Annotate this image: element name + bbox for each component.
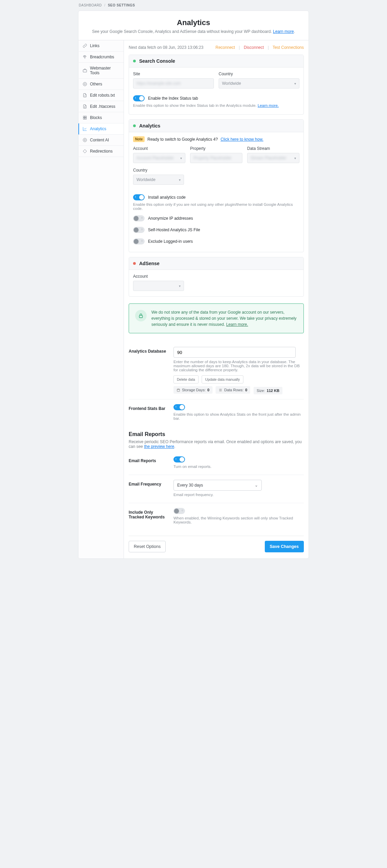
svg-rect-4 <box>83 118 85 119</box>
sidebar-item-label: Links <box>90 43 99 48</box>
chevron-down-icon: ▾ <box>179 284 181 288</box>
site-label: Site <box>133 72 214 76</box>
analytics-database-input[interactable] <box>173 347 296 358</box>
sidebar-item-links[interactable]: Links <box>78 40 124 52</box>
install-analytics-toggle[interactable]: ı <box>133 194 145 200</box>
sidebar-item-label: Edit .htaccess <box>90 104 115 109</box>
header-learn-more-link[interactable]: Learn more <box>273 29 294 34</box>
lock-icon <box>135 310 147 321</box>
ga4-link[interactable]: Click here to know how. <box>221 137 263 142</box>
save-changes-button[interactable]: Save Changes <box>265 541 304 552</box>
svg-rect-0 <box>83 70 87 72</box>
account-label: Account <box>133 146 185 151</box>
frontend-stats-toggle[interactable]: ı <box>173 404 185 410</box>
file-code-icon <box>82 93 87 98</box>
reset-options-button[interactable]: Reset Options <box>129 541 166 552</box>
sidebar-item-blocks[interactable]: Blocks <box>78 112 124 123</box>
analytics-panel: Analytics Note Ready to switch to Google… <box>129 119 304 252</box>
next-fetch-text: Next data fetch on 08 Jun, 2023 13:06:23 <box>129 45 203 50</box>
frontend-stats-label: Frontend Stats Bar <box>129 404 167 422</box>
adsense-account-label: Account <box>133 274 184 279</box>
country-label: Country <box>133 168 184 173</box>
email-reports-help: Turn on email reports. <box>173 465 304 469</box>
sidebar-item-label: Analytics <box>90 126 106 131</box>
sidebar-item-htaccess[interactable]: Edit .htaccess <box>78 101 124 112</box>
sidebar-item-label: Redirections <box>90 149 113 154</box>
email-reports-toggle[interactable]: ı <box>173 456 185 462</box>
test-connections-link[interactable]: Test Connections <box>273 45 304 50</box>
index-status-toggle[interactable]: ı <box>133 95 145 101</box>
reconnect-link[interactable]: Reconnect <box>216 45 235 50</box>
analytics-database-label: Analytics Database <box>129 347 167 394</box>
tracked-keywords-toggle[interactable]: ○ <box>173 508 185 514</box>
email-reports-subtitle: Receive periodic SEO Performance reports… <box>129 439 304 449</box>
install-analytics-help: Enable this option only if you are not u… <box>133 202 299 211</box>
link-icon <box>82 43 87 48</box>
privacy-learn-more-link[interactable]: Learn more. <box>226 322 248 327</box>
note-badge: Note <box>133 136 145 142</box>
account-select[interactable]: Account Placeholder ▾ <box>133 153 185 163</box>
property-select[interactable]: Property Placeholder <box>190 153 242 163</box>
analytics-country-select[interactable]: Worldwide ▾ <box>133 175 184 185</box>
sidebar-item-webmaster[interactable]: Webmaster Tools <box>78 63 124 79</box>
sidebar-item-others[interactable]: Others <box>78 79 124 90</box>
svg-rect-9 <box>177 389 180 391</box>
redirect-icon <box>82 149 87 154</box>
svg-rect-5 <box>85 118 87 119</box>
sidebar-item-label: Breadcrumbs <box>90 55 114 59</box>
sidebar-item-robots[interactable]: Edit robots.txt <box>78 90 124 101</box>
anonymize-ip-toggle[interactable]: ○ <box>133 215 145 221</box>
privacy-notice: We do not store any of the data from you… <box>129 303 304 333</box>
chevron-down-icon: ▾ <box>179 178 181 182</box>
sidebar-item-label: Blocks <box>90 115 102 120</box>
update-data-button[interactable]: Update data manually <box>202 375 243 383</box>
exclude-loggedin-toggle[interactable]: ○ <box>133 238 145 244</box>
tracked-keywords-help: When enabled, the Winning Keywords secti… <box>173 516 304 524</box>
privacy-text: We do not store any of the data from you… <box>151 310 296 327</box>
page-subtitle: See your Google Search Console, Analytic… <box>89 29 298 34</box>
self-hosted-toggle[interactable]: ○ <box>133 227 145 233</box>
delete-data-button[interactable]: Delete data <box>173 375 199 383</box>
email-reports-heading: Email Reports <box>129 431 304 437</box>
learn-more-link[interactable]: Learn more. <box>258 103 279 107</box>
breadcrumb: DASHBOARD / SEO SETTINGS <box>78 3 309 11</box>
sidebar-item-redirections[interactable]: Redirections <box>78 146 124 157</box>
status-dot-icon <box>133 262 136 265</box>
disconnect-link[interactable]: Disconnect <box>244 45 264 50</box>
sidebar-item-label: Webmaster Tools <box>90 66 120 75</box>
breadcrumb-root[interactable]: DASHBOARD <box>79 3 102 7</box>
adsense-account-select[interactable]: ▾ <box>133 281 184 291</box>
size-stat: Size: 112 KB <box>254 387 282 394</box>
index-status-help: Enable this option to show the Index Sta… <box>133 103 299 107</box>
page-title: Analytics <box>89 18 298 27</box>
circle-icon <box>82 82 87 86</box>
svg-rect-2 <box>83 116 85 117</box>
sidebar-item-content-ai[interactable]: Content AI <box>78 135 124 146</box>
email-frequency-select[interactable]: Every 30 days ⌄ <box>173 480 262 491</box>
data-stream-select[interactable]: Stream Placeholder ▾ <box>247 153 299 163</box>
data-rows-stat: Data Rows: 0 <box>216 386 250 394</box>
sidebar-item-analytics[interactable]: Analytics <box>78 123 124 135</box>
analytics-database-help: Enter the number of days to keep Analyti… <box>173 360 304 372</box>
status-dot-icon <box>133 60 136 62</box>
blocks-icon <box>82 115 87 120</box>
svg-rect-3 <box>85 116 87 117</box>
svg-rect-8 <box>139 315 142 318</box>
file-text-icon <box>82 104 87 109</box>
country-select[interactable]: Worldwide ▾ <box>219 78 299 88</box>
status-dot-icon <box>133 124 136 127</box>
index-status-toggle-label: Enable the Index Status tab <box>148 96 198 101</box>
chevron-down-icon: ▾ <box>294 156 296 160</box>
anonymize-ip-label: Anonymize IP addresses <box>148 216 193 221</box>
sidebar-item-breadcrumbs[interactable]: Breadcrumbs <box>78 52 124 63</box>
self-hosted-label: Self-Hosted Analytics JS File <box>148 228 200 232</box>
signpost-icon <box>82 55 87 59</box>
settings-sidebar: Links Breadcrumbs Webmaster Tools Others… <box>78 40 124 558</box>
install-analytics-label: Install analytics code <box>148 195 186 200</box>
preview-link[interactable]: the preview here <box>144 444 174 449</box>
sidebar-item-label: Edit robots.txt <box>90 93 115 98</box>
note-text: Ready to switch to Google Analytics 4? <box>147 137 218 142</box>
breadcrumb-current: SEO SETTINGS <box>108 3 135 7</box>
site-select[interactable]: https://example-site.com <box>133 78 214 88</box>
data-stream-label: Data Stream <box>247 146 299 151</box>
